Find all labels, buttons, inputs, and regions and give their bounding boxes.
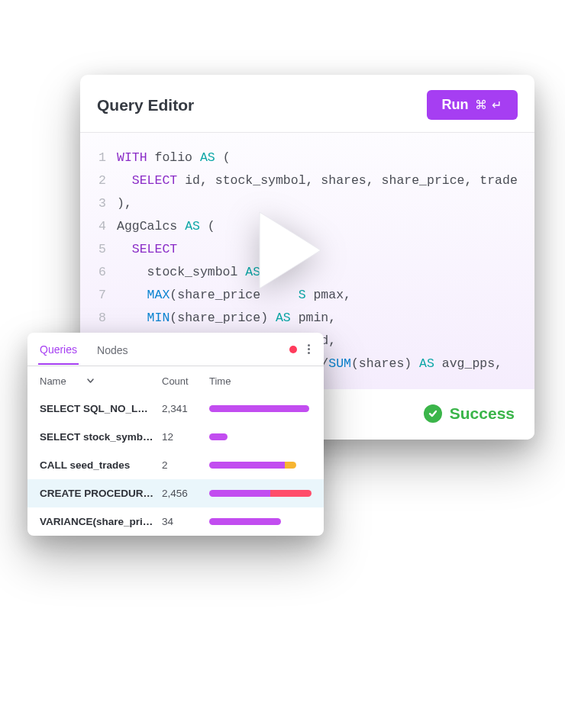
code-line: 5 SELECT <box>80 238 534 261</box>
code-line: 6 stock_symbol AS <box>80 261 534 284</box>
code-text: SELECT <box>117 238 177 261</box>
line-number: 2 <box>80 169 117 192</box>
query-count: 12 <box>162 431 209 443</box>
run-shortcut: ⌘ ↵ <box>475 98 502 112</box>
code-line: 1WITH folio AS ( <box>80 147 534 169</box>
query-time-bar <box>209 518 312 525</box>
code-text: SELECT id, stock_symbol, shares, share_p… <box>117 169 518 192</box>
queries-panel: Queries Nodes Name Count Time SELECT SQL… <box>27 333 324 536</box>
code-text: WITH folio AS ( <box>117 147 231 169</box>
tabs-row: Queries Nodes <box>27 333 324 366</box>
queries-table-body: SELECT SQL_NO_LOGGI..2,341SELECT stock_s… <box>27 395 324 536</box>
col-time-header[interactable]: Time <box>209 375 312 387</box>
code-line: 7 MAX(share_price S pmax, <box>80 284 534 307</box>
table-row[interactable]: SELECT stock_symbol...12 <box>27 423 324 451</box>
success-check-icon <box>424 404 442 423</box>
query-name: SELECT stock_symbol... <box>40 431 162 443</box>
tab-queries[interactable]: Queries <box>38 334 79 365</box>
query-name: CREATE PROCEDURE iter... <box>40 488 162 499</box>
query-time-bar <box>209 462 312 469</box>
line-number: 1 <box>80 147 117 169</box>
line-number: 5 <box>80 238 117 261</box>
run-button[interactable]: Run ⌘ ↵ <box>427 90 518 120</box>
table-row[interactable]: SELECT SQL_NO_LOGGI..2,341 <box>27 395 324 423</box>
query-count: 34 <box>162 516 209 527</box>
record-indicator-icon <box>289 346 297 353</box>
line-number: 7 <box>80 284 117 307</box>
col-name-header[interactable]: Name <box>40 375 162 387</box>
editor-header: Query Editor Run ⌘ ↵ <box>80 75 534 133</box>
query-count: 2,456 <box>162 488 209 499</box>
query-count: 2,341 <box>162 403 209 414</box>
code-line: 3), <box>80 192 534 215</box>
column-headers: Name Count Time <box>27 366 324 395</box>
status-text: Success <box>450 404 515 423</box>
col-count-header[interactable]: Count <box>162 375 209 387</box>
code-text: ), <box>117 192 132 215</box>
chevron-down-icon <box>86 376 95 386</box>
more-menu-icon[interactable] <box>305 341 313 357</box>
table-row[interactable]: CREATE PROCEDURE iter...2,456 <box>27 479 324 507</box>
code-line: 8 MIN(share_price) AS pmin, <box>80 307 534 330</box>
query-time-bar <box>209 433 312 440</box>
tab-nodes[interactable]: Nodes <box>95 335 129 364</box>
line-number: 6 <box>80 261 117 284</box>
code-text: AggCalcs AS ( <box>117 215 215 238</box>
line-number: 8 <box>80 307 117 330</box>
run-label: Run <box>442 97 469 113</box>
line-number: 3 <box>80 192 117 215</box>
query-name: SELECT SQL_NO_LOGGI.. <box>40 403 162 414</box>
code-line: 2 SELECT id, stock_symbol, shares, share… <box>80 169 534 192</box>
query-time-bar <box>209 490 312 497</box>
code-text: stock_symbol AS <box>117 261 260 284</box>
editor-title: Query Editor <box>97 96 194 114</box>
code-line: 4AggCalcs AS ( <box>80 215 534 238</box>
code-text: MIN(share_price) AS pmin, <box>117 307 336 330</box>
query-count: 2 <box>162 459 209 471</box>
table-row[interactable]: CALL seed_trades2 <box>27 451 324 479</box>
query-name: VARIANCE(share_price)... <box>40 516 162 527</box>
table-row[interactable]: VARIANCE(share_price)...34 <box>27 507 324 536</box>
query-time-bar <box>209 405 312 412</box>
code-text: MAX(share_price S pmax, <box>117 284 351 307</box>
line-number: 4 <box>80 215 117 238</box>
query-name: CALL seed_trades <box>40 459 162 471</box>
